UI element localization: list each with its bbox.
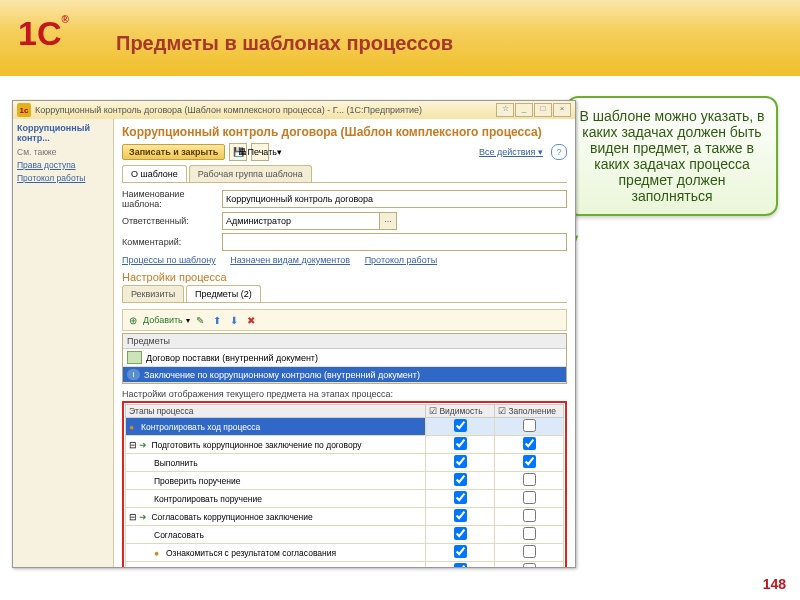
print-button[interactable]: 🖶 Печать▾ — [251, 143, 269, 161]
input-comm[interactable] — [222, 233, 567, 251]
tab-about[interactable]: О шаблоне — [122, 165, 187, 182]
r1-vis[interactable] — [454, 419, 467, 432]
info-icon: i — [127, 369, 140, 380]
item-1-label: Договор поставки (внутренний документ) — [146, 353, 318, 363]
r8-fill[interactable] — [523, 545, 536, 558]
r5-fill[interactable] — [523, 491, 536, 504]
r3-vis[interactable] — [454, 455, 467, 468]
add-button[interactable]: Добавить — [143, 315, 183, 325]
add-icon[interactable]: ⊕ — [126, 313, 140, 327]
delete-icon[interactable]: ✖ — [244, 313, 258, 327]
row-4[interactable]: Проверить поручение — [126, 472, 564, 490]
slide-title: Предметы в шаблонах процессов — [116, 32, 453, 55]
row-2[interactable]: ⊟ ➜Подготовить коррупционное заключение … — [126, 436, 564, 454]
all-actions-link[interactable]: Все действия — [479, 147, 543, 157]
toolbar: Записать и закрыть 💾 🖶 Печать▾ Все дейст… — [122, 143, 567, 161]
up-icon[interactable]: ⬆ — [210, 313, 224, 327]
r2-vis[interactable] — [454, 437, 467, 450]
row-6[interactable]: ⊟ ➜Согласовать коррупционное заключение — [126, 508, 564, 526]
main-pane: Коррупционный контроль договора (Шаблон … — [114, 119, 575, 567]
edit-icon[interactable]: ✎ — [193, 313, 207, 327]
r2-label: Подготовить коррупционное заключение по … — [151, 440, 361, 450]
visibility-label: Настройки отображения текущего предмета … — [122, 389, 567, 399]
items-toolbar: ⊕ Добавить▾ ✎ ⬆ ⬇ ✖ — [122, 309, 567, 331]
close-button[interactable]: × — [553, 103, 571, 117]
item-row-2[interactable]: iЗаключение по коррупционному контролю (… — [123, 367, 566, 383]
row-9[interactable]: ➜Ознакомиться с заключением по коррупцио… — [126, 562, 564, 568]
r3-fill[interactable] — [523, 455, 536, 468]
link-processes[interactable]: Процессы по шаблону — [122, 255, 216, 265]
r7-fill[interactable] — [523, 527, 536, 540]
item-row-1[interactable]: Договор поставки (внутренний документ) — [123, 349, 566, 367]
r4-label: Проверить поручение — [154, 476, 240, 486]
app-window: 1c Коррупционный контроль договора (Шабл… — [12, 100, 576, 568]
print-label: Печать — [247, 147, 276, 157]
link-assigned[interactable]: Назначен видам документов — [230, 255, 350, 265]
doc-icon — [127, 351, 142, 364]
r4-fill[interactable] — [523, 473, 536, 486]
r7-label: Согласовать — [154, 530, 204, 540]
sidebar: Коррупционный контр... См. также Права д… — [13, 119, 114, 567]
r5-label: Контролировать поручение — [154, 494, 262, 504]
sidebar-link-log[interactable]: Протокол работы — [17, 173, 109, 183]
r6-label: Согласовать коррупционное заключение — [151, 512, 312, 522]
items-list: Предметы Договор поставки (внутренний до… — [122, 333, 567, 384]
input-resp[interactable] — [222, 212, 380, 230]
r6-fill[interactable] — [523, 509, 536, 522]
r4-vis[interactable] — [454, 473, 467, 486]
r9-vis[interactable] — [454, 563, 467, 567]
sidebar-link-access[interactable]: Права доступа — [17, 160, 109, 170]
r1-label: Контролировать ход процесса — [141, 422, 260, 432]
tab-workgroup[interactable]: Рабочая группа шаблона — [189, 165, 312, 182]
resp-select-button[interactable]: … — [379, 212, 397, 230]
r3-label: Выполнить — [154, 458, 198, 468]
col-visibility[interactable]: Видимость — [439, 406, 482, 416]
row-7[interactable]: Согласовать — [126, 526, 564, 544]
app-icon: 1c — [17, 103, 31, 117]
callout-bubble: В шаблоне можно указать, в каких задачах… — [566, 96, 778, 216]
r6-vis[interactable] — [454, 509, 467, 522]
tabs-top: О шаблоне Рабочая группа шаблона — [122, 165, 567, 183]
input-name[interactable] — [222, 190, 567, 208]
row-8[interactable]: ●Ознакомиться с результатом согласования — [126, 544, 564, 562]
highlight-box: Этапы процесса ☑ Видимость ☑ Заполнение … — [122, 401, 567, 567]
col-fill[interactable]: Заполнение — [508, 406, 556, 416]
r9-label: Ознакомиться с заключением по коррупцион… — [141, 566, 379, 568]
section-title: Настройки процесса — [122, 271, 567, 283]
page-number: 148 — [763, 576, 786, 592]
help-icon[interactable]: ? — [551, 144, 567, 160]
sidebar-heading: Коррупционный контр... — [17, 123, 109, 143]
row-3[interactable]: Выполнить — [126, 454, 564, 472]
down-icon[interactable]: ⬇ — [227, 313, 241, 327]
window-title: Коррупционный контроль договора (Шаблон … — [35, 105, 422, 115]
r2-fill[interactable] — [523, 437, 536, 450]
stages-table: Этапы процесса ☑ Видимость ☑ Заполнение … — [125, 404, 564, 567]
lbl-name: Наименование шаблона: — [122, 189, 222, 209]
min-button[interactable]: _ — [515, 103, 533, 117]
tab-requisites[interactable]: Реквизиты — [122, 285, 184, 302]
save-close-button[interactable]: Записать и закрыть — [122, 144, 225, 160]
r9-fill[interactable] — [523, 563, 536, 567]
window-titlebar[interactable]: 1c Коррупционный контроль договора (Шабл… — [13, 101, 575, 119]
tabs-sub: Реквизиты Предметы (2) — [122, 285, 567, 303]
form-title: Коррупционный контроль договора (Шаблон … — [122, 125, 567, 139]
r1-fill[interactable] — [523, 419, 536, 432]
col-stages[interactable]: Этапы процесса — [126, 405, 426, 418]
lbl-comm: Комментарий: — [122, 237, 222, 247]
max-button[interactable]: □ — [534, 103, 552, 117]
r7-vis[interactable] — [454, 527, 467, 540]
tab-subjects[interactable]: Предметы (2) — [186, 285, 261, 302]
slide-header: 1C® Предметы в шаблонах процессов — [0, 0, 800, 76]
lbl-resp: Ответственный: — [122, 216, 222, 226]
logo-1c: 1C® — [18, 14, 69, 53]
r8-vis[interactable] — [454, 545, 467, 558]
item-2-label: Заключение по коррупционному контролю (в… — [144, 370, 420, 380]
fav-icon[interactable]: ☆ — [496, 103, 514, 117]
row-5[interactable]: Контролировать поручение — [126, 490, 564, 508]
sidebar-seealso: См. также — [17, 147, 109, 157]
r5-vis[interactable] — [454, 491, 467, 504]
link-log[interactable]: Протокол работы — [365, 255, 437, 265]
items-header: Предметы — [123, 334, 566, 349]
row-1[interactable]: ●Контролировать ход процесса — [126, 418, 564, 436]
callout-text: В шаблоне можно указать, в каких задачах… — [579, 108, 764, 204]
